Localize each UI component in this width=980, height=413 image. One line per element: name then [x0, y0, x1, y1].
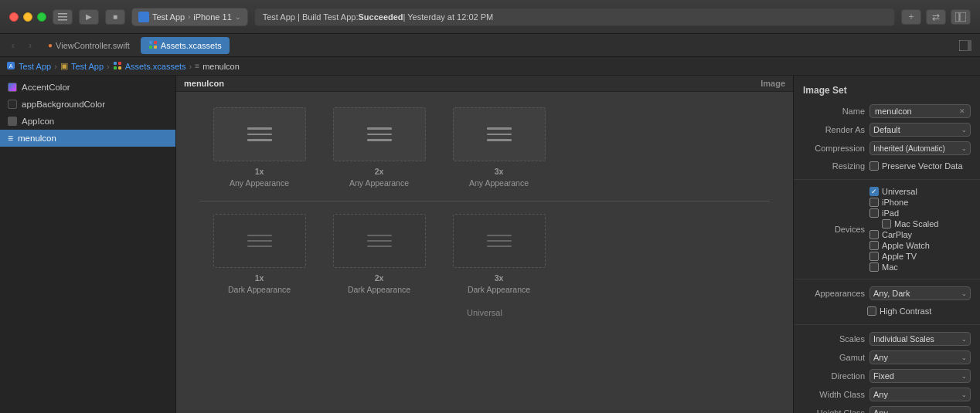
- image-drop-2x-dark[interactable]: [333, 214, 426, 268]
- compression-label: Compression: [803, 144, 865, 153]
- accent-color-swatch: [8, 83, 17, 92]
- back-forward-button[interactable]: ⇄: [926, 9, 946, 25]
- image-cell-label-1x-dark: 1x Dark Appearance: [228, 273, 291, 295]
- panel-row-compression: Compression Inherited (Automatic) ⌄: [794, 139, 980, 157]
- device-appletv-row: Apple TV: [869, 252, 971, 261]
- breadcrumb-current: menulcon: [202, 62, 240, 71]
- renderas-value: Default: [873, 125, 900, 134]
- image-drop-3x-dark[interactable]: [453, 214, 546, 268]
- breadcrumb-testapp1[interactable]: Test App: [19, 62, 51, 71]
- device-carplay-label: CarPlay: [882, 230, 912, 239]
- app-icon: A: [6, 61, 15, 72]
- device-applewatch-checkbox[interactable]: [869, 241, 879, 250]
- image-cell-label-3x-any: 3x Any Appearance: [469, 166, 529, 188]
- device-universal-row: ✓ Universal: [869, 187, 971, 196]
- hamburger-3x-dark: [487, 235, 512, 247]
- scheme-selector[interactable]: Test App › iPhone 11 ⌄: [131, 8, 248, 26]
- image-drop-2x-any[interactable]: [333, 107, 426, 161]
- direction-select[interactable]: Fixed ⌄: [869, 369, 971, 383]
- device-mac-label: Mac: [882, 262, 898, 272]
- tab-assets[interactable]: Assets.xcassets: [141, 37, 230, 54]
- device-carplay-row: CarPlay: [869, 230, 971, 239]
- sidebar-item-appbackground[interactable]: appBackgroundColor: [0, 96, 175, 113]
- image-cell-1x-any: 1x Any Appearance: [199, 107, 319, 188]
- svg-rect-5: [149, 41, 152, 44]
- gamut-select[interactable]: Any ⌄: [869, 350, 971, 364]
- sidebar-toggle-button[interactable]: [53, 9, 73, 25]
- panel-toggle-button[interactable]: [951, 9, 971, 25]
- image-drop-1x-any[interactable]: [213, 107, 306, 161]
- heightclass-select[interactable]: Any ⌄: [869, 406, 971, 413]
- chevron-down-icon: ⌄: [235, 13, 241, 21]
- heightclass-arrow: ⌄: [961, 410, 967, 414]
- panel-divider-2: [794, 279, 980, 279]
- preserve-vector-label: Preserve Vector Data: [882, 161, 963, 171]
- hamburger-2x-any: [367, 127, 392, 141]
- svg-rect-10: [968, 40, 971, 51]
- sidebar-item-menulcon-label: menulcon: [18, 134, 56, 143]
- sidebar-item-accentcolor[interactable]: AccentColor: [0, 79, 175, 96]
- device-carplay-checkbox[interactable]: [869, 230, 879, 239]
- device-mac-row: Mac: [869, 262, 971, 272]
- tabbar: ‹ › ● ViewController.swift Assets.xcasse…: [0, 34, 980, 57]
- appearances-select[interactable]: Any, Dark ⌄: [869, 286, 971, 300]
- stop-button[interactable]: ■: [105, 9, 125, 25]
- scheme-icon: [138, 12, 149, 22]
- svg-rect-2: [58, 19, 67, 21]
- panel-row-scales: Scales Individual Scales ⌄: [794, 330, 980, 348]
- highcontrast-checkbox[interactable]: [867, 306, 876, 316]
- scales-label: Scales: [803, 334, 865, 344]
- panel-divider-3: [794, 324, 980, 325]
- clear-icon[interactable]: ✕: [959, 107, 965, 115]
- scheme-name: Test App: [152, 12, 185, 22]
- breadcrumb-sep2: ›: [107, 62, 110, 71]
- devices-list: ✓ Universal iPhone iPad Mac Scaled: [869, 187, 971, 272]
- run-button[interactable]: ▶: [79, 9, 99, 25]
- close-button[interactable]: [9, 12, 19, 22]
- add-button[interactable]: ＋: [901, 9, 921, 25]
- image-label: Image: [761, 79, 785, 88]
- devices-label: Devices: [803, 225, 865, 234]
- compression-select[interactable]: Inherited (Automatic) ⌄: [869, 141, 971, 155]
- device-universal-checkbox[interactable]: ✓: [869, 187, 879, 196]
- renderas-arrow: ⌄: [961, 127, 967, 134]
- panel-row-direction: Direction Fixed ⌄: [794, 367, 980, 385]
- fullscreen-button[interactable]: [37, 12, 46, 22]
- image-drop-3x-any[interactable]: [453, 107, 546, 161]
- inspector-button[interactable]: [957, 37, 974, 54]
- hamburger-1x-any: [247, 127, 272, 141]
- renderas-select[interactable]: Default ⌄: [869, 123, 971, 137]
- tab-assets-label: Assets.xcassets: [161, 41, 222, 50]
- device-macscaled-label: Mac Scaled: [894, 219, 938, 229]
- breadcrumb-testapp2[interactable]: Test App: [71, 62, 104, 71]
- device-appletv-checkbox[interactable]: [869, 252, 879, 261]
- image-grid: 1x Any Appearance 2x Any Appear: [176, 92, 793, 333]
- device-mac-checkbox[interactable]: [869, 262, 879, 272]
- sidebar-item-appicon[interactable]: AppIcon: [0, 113, 175, 130]
- widthclass-arrow: ⌄: [961, 391, 967, 398]
- name-label: Name: [803, 107, 865, 116]
- nav-forward-button[interactable]: ›: [23, 39, 37, 52]
- tab-viewcontroller-label: ViewController.swift: [56, 41, 130, 50]
- image-cell-label-2x-dark: 2x Dark Appearance: [348, 273, 410, 295]
- minimize-button[interactable]: [23, 12, 32, 22]
- image-cell-3x-any: 3x Any Appearance: [439, 107, 559, 188]
- scales-select[interactable]: Individual Scales ⌄: [869, 332, 971, 346]
- widthclass-select[interactable]: Any ⌄: [869, 388, 971, 401]
- device-macscaled-checkbox[interactable]: [882, 219, 891, 229]
- device-iphone-label: iPhone: [882, 198, 908, 207]
- tab-viewcontroller[interactable]: ● ViewController.swift: [40, 37, 138, 54]
- status-succeeded: Succeeded: [358, 12, 403, 22]
- name-input[interactable]: menulcon ✕: [869, 104, 971, 118]
- preserve-vector-checkbox[interactable]: [869, 161, 879, 171]
- image-drop-1x-dark[interactable]: [213, 214, 306, 268]
- nav-back-button[interactable]: ‹: [6, 39, 20, 52]
- sidebar-item-menulcon[interactable]: ≡ menulcon: [0, 130, 175, 147]
- sidebar: AccentColor appBackgroundColor AppIcon ≡…: [0, 76, 176, 413]
- svg-text:A: A: [9, 63, 13, 69]
- bg-color-swatch: [8, 100, 17, 109]
- breadcrumb-assets[interactable]: Assets.xcassets: [125, 62, 186, 71]
- breadcrumb-sep3: ›: [189, 62, 192, 71]
- device-ipad-checkbox[interactable]: [869, 208, 879, 218]
- device-iphone-checkbox[interactable]: [869, 198, 879, 207]
